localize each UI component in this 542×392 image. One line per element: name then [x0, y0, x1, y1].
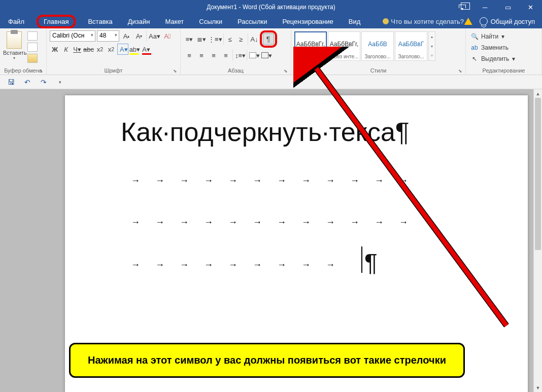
share-label: Общий доступ	[491, 18, 535, 25]
minimize-icon[interactable]: ─	[473, 0, 496, 14]
replace-icon: ab	[471, 44, 478, 51]
font-name-select[interactable]: Calibri (Осн	[50, 30, 95, 42]
cursor-icon: ↖	[471, 55, 478, 62]
subscript-icon[interactable]: x2	[95, 44, 105, 55]
font-color-icon[interactable]: A▾	[141, 44, 151, 55]
tell-me-placeholder: Что вы хотите сделать?	[391, 18, 464, 25]
tab-home[interactable]: Главная	[37, 15, 76, 28]
title-bar: Документ1 - Word (Сбой активации продукт…	[0, 0, 542, 14]
shrink-font-icon[interactable]: A▾	[133, 30, 145, 42]
select-button[interactable]: ↖Выделить ▾	[469, 54, 538, 64]
save-icon[interactable]: 🖫	[6, 77, 16, 87]
share-icon	[480, 17, 488, 25]
tab-view[interactable]: Вид	[346, 16, 364, 27]
undo-icon[interactable]: ↶	[22, 77, 32, 87]
align-center-icon[interactable]: ≡	[196, 50, 207, 61]
share-button[interactable]: Общий доступ	[480, 17, 535, 25]
increase-indent-icon[interactable]: ≥	[235, 33, 247, 45]
find-button[interactable]: 🔍Найти ▾	[469, 31, 538, 42]
scroll-down-icon[interactable]: ▼	[534, 383, 542, 392]
vertical-scrollbar[interactable]: ▲ ▼	[533, 89, 542, 392]
pilcrow-icon: ¶	[263, 33, 274, 45]
copy-icon[interactable]	[27, 43, 38, 52]
sort-icon[interactable]: A↓	[248, 33, 259, 45]
decrease-indent-icon[interactable]: ≤	[223, 33, 234, 45]
quick-access-toolbar: 🖫 ↶ ↷ ▾	[0, 75, 542, 89]
multilevel-icon[interactable]: ⋮≡▾	[208, 33, 222, 45]
line-spacing-icon[interactable]: ↕≡▾	[232, 50, 246, 61]
restore-icon[interactable]: ▭	[496, 0, 519, 14]
close-icon[interactable]: ✕	[519, 0, 542, 14]
paragraph-label: Абзац	[228, 67, 244, 74]
styles-label: Стили	[370, 67, 387, 74]
borders-icon[interactable]: ▾	[261, 50, 272, 61]
font-label: Шрифт	[104, 67, 122, 74]
ribbon-options-icon[interactable]: ▾	[451, 0, 473, 14]
styles-gallery-more[interactable]: ▴▾▿	[428, 31, 435, 61]
style-heading2[interactable]: АаБбВвГ Заголово...	[395, 31, 427, 61]
replace-button[interactable]: abЗаменить	[469, 43, 538, 53]
qat-customize-icon[interactable]: ▾	[55, 77, 65, 87]
styles-launcher-icon[interactable]: ⬊	[458, 68, 462, 74]
tab-marks-row1: →→→→→→→→→→→→	[131, 175, 423, 186]
highlight-icon[interactable]: ab▾	[129, 44, 140, 55]
group-paragraph: ≡▾ ≣▾ ⋮≡▾ ≤ ≥ A↓ ¶ ≡ ≡ ≡ ≡ ↕≡▾ ▾ ▾ Абзац…	[181, 28, 291, 75]
redo-icon[interactable]: ↷	[39, 77, 49, 87]
group-clipboard: Вставить ▾ Буфер обмена⬊	[0, 28, 47, 75]
annotation-callout: Нажимая на этот символ у вас должны появ…	[69, 343, 465, 378]
ribbon-tabs: Файл Главная Вставка Дизайн Макет Ссылки…	[0, 14, 542, 28]
format-painter-icon[interactable]	[27, 54, 38, 63]
change-case-icon[interactable]: Aa▾	[146, 30, 160, 42]
align-left-icon[interactable]: ≡	[184, 50, 195, 61]
window-title: Документ1 - Word (Сбой активации продукт…	[207, 4, 335, 11]
text-cursor	[361, 246, 362, 273]
clipboard-launcher-icon[interactable]: ⬊	[39, 68, 43, 74]
group-styles: АаБбВвГг, ¶ Обычный АаБбВвГг, ¶ Без инте…	[291, 28, 466, 75]
tab-file[interactable]: Файл	[5, 16, 27, 27]
numbering-icon[interactable]: ≣▾	[196, 33, 207, 45]
bold-button[interactable]: Ж	[50, 44, 60, 55]
style-normal[interactable]: АаБбВвГг, ¶ Обычный	[294, 31, 327, 61]
cut-icon[interactable]	[27, 31, 38, 41]
clipboard-icon	[7, 31, 22, 49]
bulb-icon	[383, 18, 389, 24]
tab-review[interactable]: Рецензирование	[279, 16, 336, 27]
tab-layout[interactable]: Макет	[162, 16, 187, 27]
paragraph-mark: ¶	[364, 248, 378, 276]
shading-icon[interactable]: ▾	[247, 50, 260, 61]
tab-mailings[interactable]: Рассылки	[234, 16, 270, 27]
clear-formatting-icon[interactable]: A⃠	[162, 30, 173, 42]
tab-insert[interactable]: Вставка	[85, 16, 115, 27]
ribbon: Вставить ▾ Буфер обмена⬊ Calibri (Осн 48…	[0, 28, 542, 75]
warning-icon[interactable]	[464, 18, 472, 25]
underline-button[interactable]: Ч▾	[72, 44, 82, 55]
editing-label: Редактирование	[483, 67, 525, 74]
grow-font-icon[interactable]: A▴	[121, 30, 132, 42]
document-heading: Как·подчеркнуть·текса¶	[121, 117, 410, 147]
tell-me-search[interactable]: Что вы хотите сделать?	[383, 18, 464, 25]
scrollbar-thumb[interactable]	[535, 98, 541, 250]
text-effects-icon[interactable]: A▾	[117, 44, 128, 55]
align-right-icon[interactable]: ≡	[208, 50, 219, 61]
italic-button[interactable]: К	[61, 44, 71, 55]
strikethrough-icon[interactable]: abc	[83, 44, 94, 55]
window-controls: ▾ ─ ▭ ✕	[451, 0, 542, 14]
tab-marks-row2: →→→→→→→→→→→→	[131, 217, 423, 228]
bullets-icon[interactable]: ≡▾	[184, 33, 195, 45]
tab-design[interactable]: Дизайн	[125, 16, 153, 27]
scroll-up-icon[interactable]: ▲	[534, 89, 542, 98]
group-font: Calibri (Осн 48 A▴ A▾ Aa▾ A⃠ Ж К Ч▾ abc …	[47, 28, 181, 75]
superscript-icon[interactable]: x2	[106, 44, 116, 55]
paragraph-launcher-icon[interactable]: ⬊	[284, 68, 288, 74]
paste-button[interactable]: Вставить ▾	[3, 31, 25, 60]
style-heading1[interactable]: АаБбВ Заголово...	[361, 31, 394, 61]
group-editing: 🔍Найти ▾ abЗаменить ↖Выделить ▾ Редактир…	[466, 28, 542, 75]
search-icon: 🔍	[471, 33, 478, 40]
justify-icon[interactable]: ≡	[220, 50, 231, 61]
tab-references[interactable]: Ссылки	[196, 16, 225, 27]
font-launcher-icon[interactable]: ⬊	[173, 68, 177, 74]
font-size-select[interactable]: 48	[97, 30, 119, 42]
show-hide-pilcrow-button[interactable]: ¶	[260, 30, 277, 48]
clipboard-label: Буфер обмена	[4, 67, 42, 74]
style-no-spacing[interactable]: АаБбВвГг, ¶ Без инте...	[328, 31, 360, 61]
